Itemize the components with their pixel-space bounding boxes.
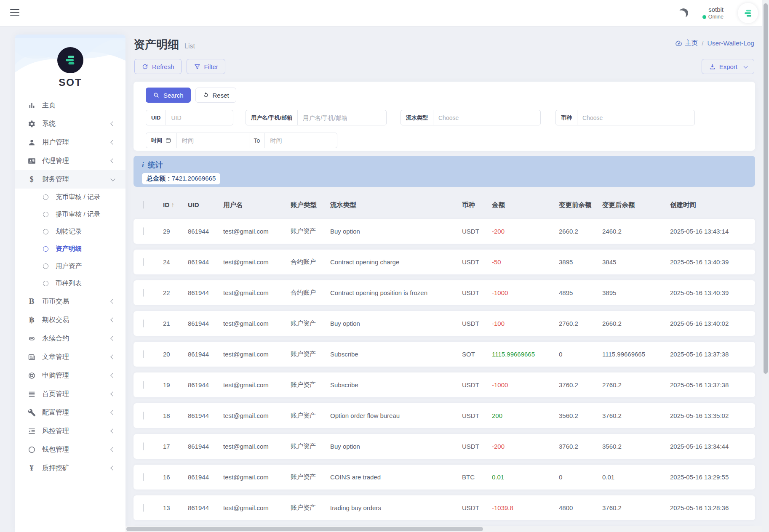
vertical-scrollbar[interactable] [762,0,769,532]
cell-username: test@gmail.com [223,228,291,235]
time-to-input[interactable] [265,133,337,148]
breadcrumb-separator: / [702,40,703,47]
row-checkbox[interactable] [143,504,144,512]
sidebar-item-agent-management[interactable]: 代理管理 [15,152,125,170]
row-checkbox[interactable] [143,289,144,297]
sidebar-item-user-management[interactable]: 用户管理 [15,133,125,152]
top-navbar: sotbit Online [0,0,769,26]
sidebar-item-risk-management[interactable]: 风控管理 [15,422,125,440]
cell-uid: 861944 [188,289,223,296]
sidebar-subitem-withdraw-review[interactable]: 提币审核 / 记录 [15,206,125,223]
sidebar-item-finance-management[interactable]: $ 财务管理 [15,170,125,189]
cell-id: 17 [163,443,188,450]
cell-account-type: 账户资产 [291,350,330,358]
hamburger-menu-icon[interactable] [10,9,19,17]
sidebar-item-article-management[interactable]: 文章管理 [15,348,125,366]
cell-coin: USDT [462,504,492,511]
user-icon [27,138,36,147]
user-brand-block: sotbit Online [702,6,724,20]
cell-uid: 861944 [188,412,223,419]
table-row[interactable]: 22 861944 test@gmail.com 合约账户 Contract o… [134,280,755,305]
chevron-left-icon [110,317,115,322]
wrench-icon [27,408,36,417]
breadcrumb-current[interactable]: User-Wallet-Log [708,40,754,47]
row-checkbox[interactable] [143,473,144,481]
user-input[interactable] [298,110,386,125]
flow-type-filter-group: 流水类型 [401,110,541,125]
cell-account-type: 账户资产 [291,412,330,420]
sidebar-subitem-coin-list[interactable]: 币种列表 [15,275,125,292]
cell-before-balance: 4895 [559,289,602,296]
sidebar-item-config-management[interactable]: 配置管理 [15,403,125,422]
refresh-icon [142,63,149,70]
row-checkbox[interactable] [143,350,144,358]
column-header-id[interactable]: ID↑ [163,201,188,209]
sidebar-logo[interactable] [57,47,83,73]
filter-button[interactable]: Filter [187,59,225,74]
table-row[interactable]: 13 861944 test@gmail.com 账户资产 trading bu… [134,495,755,520]
sidebar-subitem-transfer-records[interactable]: 划转记录 [15,223,125,240]
sidebar-item-wallet-management[interactable]: 钱包管理 [15,440,125,459]
sidebar-item-spot-trading[interactable]: B 币币交易 [15,292,125,311]
table-row[interactable]: 17 861944 test@gmail.com 账户资产 Buy option… [134,434,755,459]
cell-account-type: 账户资产 [291,319,330,327]
time-from-input[interactable] [177,133,249,148]
cell-account-type: 合约账户 [291,258,330,266]
newspaper-icon [27,352,36,362]
sort-asc-icon[interactable]: ↑ [171,201,175,208]
cell-after-balance: 3560.2 [602,443,670,450]
sidebar-subitem-deposit-review[interactable]: 充币审核 / 记录 [15,189,125,206]
table-row[interactable]: 29 861944 test@gmail.com 账户资产 Buy option… [134,219,755,244]
id-card-icon [27,156,36,165]
dark-mode-moon-icon[interactable] [678,8,689,19]
chevron-left-icon [110,410,115,415]
table-row[interactable]: 18 861944 test@gmail.com 账户资产 Option ord… [134,403,755,428]
sidebar-app-title: SOT [15,77,125,88]
funnel-icon [194,63,201,70]
search-button[interactable]: Search [146,88,191,103]
sidebar-item-homepage-management[interactable]: 首页管理 [15,385,125,403]
horizontal-scrollbar-thumb[interactable] [126,527,483,531]
column-header-account-type: 账户类型 [291,201,330,210]
reset-button[interactable]: Reset [195,88,236,103]
table-row[interactable]: 16 861944 test@gmail.com 账户资产 COINS are … [134,465,755,489]
sidebar-subitem-asset-detail[interactable]: 资产明细 [15,240,125,258]
sidebar-item-perpetual-contract[interactable]: 永续合约 [15,329,125,348]
sidebar-item-home[interactable]: 主页 [15,96,125,114]
cell-flow-type: trading buy orders [330,504,462,511]
table-row[interactable]: 24 861944 test@gmail.com 合约账户 Contract o… [134,250,755,274]
sidebar-item-subscription-management[interactable]: 申购管理 [15,366,125,385]
row-checkbox[interactable] [143,258,144,266]
column-header-coin: 币种 [462,201,492,210]
table-row[interactable]: 19 861944 test@gmail.com 账户资产 Subscribe … [134,372,755,397]
flow-type-select[interactable] [433,110,540,125]
uid-label: UID [146,110,166,125]
sidebar-item-system[interactable]: 系统 [15,114,125,133]
vertical-scrollbar-thumb[interactable] [764,3,768,374]
select-all-checkbox[interactable] [143,201,144,209]
cell-uid: 861944 [188,381,223,388]
breadcrumb-home-link[interactable]: 主页 [675,39,698,48]
table-row[interactable]: 20 861944 test@gmail.com 账户资产 Subscribe … [134,342,755,367]
sidebar-item-staking-mining[interactable]: ¥ 质押挖矿 [15,459,125,477]
export-button[interactable]: Export [702,59,754,74]
coin-select[interactable] [577,110,694,125]
row-checkbox[interactable] [143,381,144,389]
user-avatar[interactable] [738,3,758,23]
horizontal-scrollbar[interactable] [125,526,762,532]
calendar-icon [165,137,171,144]
row-checkbox[interactable] [143,442,144,450]
sidebar-item-options-trading[interactable]: ฿ 期权交易 [15,311,125,329]
cell-username: test@gmail.com [223,289,291,296]
table-row[interactable]: 21 861944 test@gmail.com 账户资产 Buy option… [134,311,755,336]
cell-amount: -200 [492,443,559,450]
row-checkbox[interactable] [143,412,144,420]
cell-flow-type: Buy option [330,228,462,235]
chevron-left-icon [110,466,115,470]
row-checkbox[interactable] [143,227,144,235]
sidebar-subitem-user-assets[interactable]: 用户资产 [15,258,125,275]
refresh-button[interactable]: Refresh [134,59,182,74]
online-status-label: Online [708,14,724,21]
row-checkbox[interactable] [143,319,144,327]
uid-input[interactable] [166,110,233,125]
